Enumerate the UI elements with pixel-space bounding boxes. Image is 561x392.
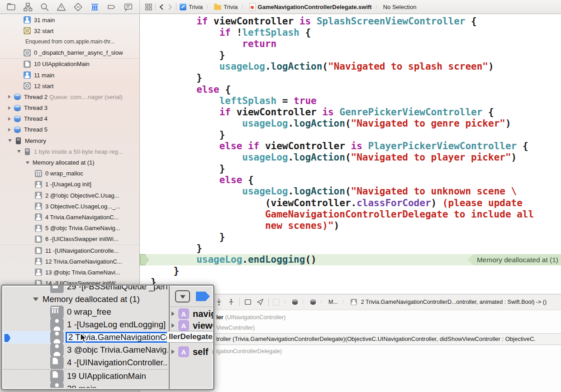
allocator-frame-icon bbox=[50, 306, 64, 318]
code-line: usageLog.logAction("Navigated to splash … bbox=[140, 61, 561, 72]
row-label: 0 wrap_malloc bbox=[45, 170, 83, 177]
magnified-variable-navig[interactable]: Anavig bbox=[171, 308, 214, 319]
row-label: Memory deallocated at (1) bbox=[43, 294, 140, 304]
code-line: usageLog.logAction("Navigated to unknown… bbox=[140, 186, 561, 197]
breadcrumb-project[interactable]: Trivia bbox=[180, 4, 203, 10]
mouse-cursor bbox=[80, 333, 89, 344]
breadcrumb-memory[interactable]: M... bbox=[328, 299, 338, 305]
code-line: leftSplash = true bbox=[140, 95, 561, 107]
code-text: if viewController is SplashScreenViewCon… bbox=[140, 16, 561, 288]
magnified-stack-frame-row[interactable]: 0 wrap_free bbox=[3, 306, 168, 318]
stack-frame-row[interactable]: 31 main bbox=[0, 14, 139, 25]
code-line: } bbox=[140, 50, 561, 61]
step-out-icon[interactable] bbox=[227, 298, 235, 306]
breadcrumb-group[interactable]: Trivia bbox=[214, 4, 238, 10]
stack-frame-row[interactable]: 10 UIApplicationMain bbox=[0, 59, 139, 70]
simulate-location-icon[interactable] bbox=[256, 298, 264, 306]
magnified-variable-viewc[interactable]: AviewC bbox=[171, 320, 214, 331]
enqueued-note: Enqueued from com.apple.main-thr... bbox=[0, 36, 139, 47]
swift-file-icon bbox=[249, 3, 256, 11]
disclosure-triangle[interactable] bbox=[171, 312, 175, 316]
thread-row[interactable]: Thread 3 bbox=[0, 103, 139, 113]
code-line: (viewController.classForCoder) (please u… bbox=[140, 198, 561, 209]
search-icon[interactable] bbox=[40, 2, 49, 12]
current-frame-label[interactable]: 2 Trivia.GameNavigationControllerD...ont… bbox=[361, 299, 547, 305]
back-button[interactable] bbox=[159, 4, 164, 10]
variables-view-toggle-icon[interactable] bbox=[175, 290, 190, 302]
stack-frame-row[interactable]: 12 Trivia.GameNavigationC... bbox=[0, 256, 139, 267]
project-navigator-icon[interactable] bbox=[6, 2, 16, 12]
variable-row-viewcontroller[interactable]: ViewController) bbox=[216, 324, 255, 331]
disclosure-triangle[interactable] bbox=[8, 117, 11, 121]
disclosure-triangle[interactable] bbox=[8, 128, 11, 132]
stack-frame-row[interactable]: 13 @objc Trivia.GameNavi... bbox=[0, 267, 139, 278]
process-grid-icon[interactable] bbox=[273, 299, 280, 306]
person-icon bbox=[50, 383, 64, 388]
queue-icon[interactable] bbox=[310, 299, 316, 305]
step-into-icon[interactable] bbox=[215, 298, 223, 306]
magnified-variable-self[interactable]: Aself( bbox=[171, 346, 214, 357]
debug-icon[interactable] bbox=[90, 2, 100, 12]
tests-icon[interactable] bbox=[73, 2, 83, 12]
stack-frame-row[interactable]: 32 start bbox=[0, 25, 139, 36]
magnified-stack-frame-row[interactable]: Memory deallocated at (1) bbox=[3, 293, 168, 306]
breadcrumb-separator: 〉 bbox=[375, 4, 380, 10]
view-debugger-icon[interactable] bbox=[244, 298, 252, 306]
thread-row[interactable]: Thread 5 bbox=[0, 124, 139, 135]
stack-frame-row[interactable]: Memory bbox=[0, 135, 139, 146]
navigator-selector-bar bbox=[0, 0, 140, 14]
source-editor[interactable]: if viewController is SplashScreenViewCon… bbox=[140, 14, 561, 294]
reports-icon[interactable] bbox=[124, 2, 133, 12]
stack-frame-row[interactable]: 11 -[UINavigationControlle... bbox=[0, 245, 139, 256]
magnified-stack-frame-row[interactable]: 4 -[UINavigationController... bbox=[3, 356, 168, 370]
code-line: } bbox=[140, 231, 561, 243]
stack-frame-row[interactable]: 4 Trivia.GameNavigationC... bbox=[0, 212, 139, 222]
related-items-icon[interactable] bbox=[145, 4, 152, 10]
disclosure-triangle[interactable] bbox=[171, 323, 175, 328]
thread-row[interactable]: Thread 4 bbox=[0, 113, 139, 124]
disclosure-triangle[interactable] bbox=[8, 95, 11, 99]
code-line: if viewController is SplashScreenViewCon… bbox=[140, 16, 561, 27]
stack-frame-row[interactable]: 0 wrap_malloc bbox=[0, 168, 139, 179]
variable-type-badge: A bbox=[178, 308, 189, 319]
disclosure-triangle[interactable] bbox=[171, 349, 175, 354]
row-label: 19 UIApplicationMain bbox=[67, 371, 146, 381]
stack-frame-row[interactable]: 1 -[UsageLog init] bbox=[0, 179, 139, 190]
disclosure-triangle[interactable] bbox=[8, 106, 11, 110]
breakpoints-flag-icon[interactable] bbox=[196, 292, 210, 301]
source-control-icon[interactable] bbox=[23, 2, 33, 12]
breakpoints-icon[interactable] bbox=[107, 2, 116, 12]
stack-frame-row[interactable]: Memory allocated at (1) bbox=[0, 157, 139, 168]
stack-frame-row[interactable]: 11 main bbox=[0, 70, 139, 80]
divider bbox=[239, 298, 240, 306]
stack-frame-row[interactable]: 2 @!objc ObjectiveC.Usag... bbox=[0, 190, 139, 201]
row-label: 3 ObjectiveC.UsageLog..._... bbox=[45, 203, 120, 210]
row-label: Memory bbox=[25, 137, 46, 144]
issues-icon[interactable] bbox=[57, 2, 66, 12]
disclosure-triangle[interactable] bbox=[8, 139, 12, 142]
disclosure-triangle[interactable] bbox=[33, 298, 38, 301]
magnified-stack-frame-row[interactable]: 29 -[FBSSerialQueue _perf... bbox=[3, 284, 168, 293]
variable-row-navigationcontroller[interactable]: ler (UINavigationController) bbox=[216, 314, 285, 321]
stack-frame-row[interactable]: 1 byte inside a 50-byte heap reg... bbox=[0, 146, 139, 157]
breadcrumb-selection[interactable]: No Selection bbox=[383, 4, 417, 10]
disclosure-triangle[interactable] bbox=[26, 161, 29, 164]
stack-frame-row[interactable]: 0 _dispatch_barrier_async_f_slow bbox=[0, 47, 139, 59]
magnified-stack-frame-row[interactable]: 19 UIApplicationMain bbox=[3, 370, 168, 383]
row-label: 1 byte inside a 50-byte heap reg... bbox=[34, 148, 123, 155]
disclosure-triangle[interactable] bbox=[17, 150, 21, 153]
stack-frame-row[interactable]: 12 start bbox=[0, 80, 139, 91]
breadcrumb-file[interactable]: GameNavigationControllerDelegate.swift bbox=[249, 3, 372, 11]
stack-frame-row[interactable]: 6 -[UIClassSwapper initWi... bbox=[0, 234, 139, 245]
magnified-stack-frame-row[interactable]: 1 -[UsageLog endLogging] bbox=[3, 318, 168, 331]
forward-button[interactable] bbox=[167, 4, 173, 10]
thread-row[interactable]: Thread 2Queue: com....nager (serial) bbox=[0, 91, 139, 102]
variable-row-self[interactable]: igationControllerDelegate) bbox=[216, 348, 282, 354]
code-line: new scenes)") bbox=[140, 220, 561, 231]
magnified-stack-frame-row[interactable]: 20 main bbox=[3, 383, 168, 388]
system-frame-icon bbox=[24, 49, 31, 57]
stack-frame-row[interactable]: 5 @objc Trivia.GameNavig... bbox=[0, 223, 139, 234]
stack-frame-row[interactable]: 3 ObjectiveC.UsageLog..._... bbox=[0, 201, 139, 212]
thread-icon[interactable] bbox=[292, 299, 298, 305]
magnified-stack-frame-row[interactable]: 3 @objc Trivia.GameNavig... bbox=[3, 344, 168, 356]
